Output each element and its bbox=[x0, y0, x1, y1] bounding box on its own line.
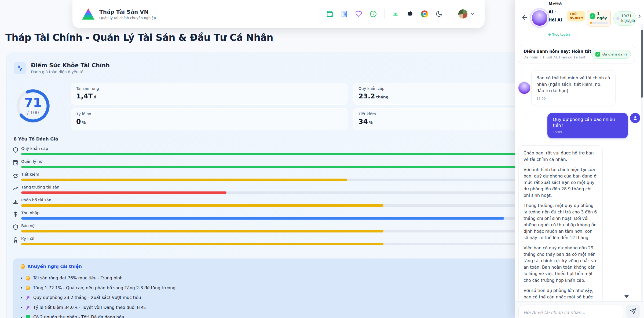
chat-bubble-icon bbox=[616, 17, 620, 20]
moon-icon[interactable] bbox=[436, 10, 442, 17]
online-status-label: Trực tuyến bbox=[552, 32, 570, 36]
user-message-bubble: Quỹ dự phòng cần bao nhiêu tiền?15:09 bbox=[547, 113, 628, 139]
award-icon bbox=[13, 237, 19, 243]
recommendation-text: Tài sản ròng đạt 76% mục tiêu - Trung bì… bbox=[33, 276, 123, 280]
stat-card: Tỷ lệ nợ0% bbox=[71, 108, 347, 130]
health-card-subtitle: Đánh giá toàn diện 8 yếu tố bbox=[31, 70, 110, 74]
scroll-down-indicator[interactable] bbox=[624, 295, 629, 298]
header-icon-bar bbox=[326, 9, 475, 19]
page-title: Tháp Tài Chính - Quản Lý Tài Sản & Đầu T… bbox=[5, 32, 273, 43]
factor-progress-fill bbox=[21, 230, 383, 232]
calculator-icon[interactable] bbox=[341, 10, 348, 17]
bulb-emoji-icon bbox=[26, 276, 30, 280]
wallet-icon bbox=[13, 160, 19, 166]
health-card-titles: Điểm Sức Khỏe Tài Chính Đánh giá toàn di… bbox=[31, 62, 110, 74]
ai-message-paragraph: Chào bạn, rất vui được hỗ trợ bạn về tài… bbox=[524, 150, 598, 163]
party-emoji-icon bbox=[25, 295, 31, 300]
chevron-down-icon[interactable] bbox=[470, 12, 475, 16]
bullet-dot bbox=[21, 287, 22, 289]
chat-input[interactable] bbox=[518, 305, 623, 318]
scrollbar-thumb[interactable] bbox=[641, 30, 643, 98]
score-value: 71 bbox=[24, 97, 42, 109]
info-icon[interactable] bbox=[370, 10, 377, 17]
app-header: Tháp Tài Sản VN Quản lý tài chính chuyên… bbox=[72, 0, 485, 28]
ai-message-paragraph: Thông thường, một quỹ dự phòng lý tưởng … bbox=[524, 202, 598, 241]
bulb-emoji-icon bbox=[26, 286, 30, 290]
health-card-title: Điểm Sức Khỏe Tài Chính bbox=[31, 62, 110, 69]
stat-label: Tài sản ròng bbox=[76, 86, 342, 91]
factors-section-title: 8 Yếu Tố Đánh Giá bbox=[14, 136, 58, 142]
bullet-dot bbox=[21, 278, 22, 279]
chrome-icon[interactable] bbox=[421, 10, 428, 17]
streak-label: 1ngày bbox=[597, 12, 607, 20]
send-button[interactable] bbox=[626, 305, 640, 318]
chat-scrollbar[interactable] bbox=[641, 24, 643, 316]
factor-progress-fill bbox=[21, 243, 383, 245]
quota-label: 19/31lượt/giờ bbox=[621, 14, 635, 23]
ai-message-paragraph: Với tình hình tài chính hiện tại của bạn… bbox=[524, 167, 598, 199]
chevron-right-icon[interactable] bbox=[636, 13, 642, 19]
bar-chart-icon bbox=[13, 198, 19, 204]
ai-message-row: Bạn có thể hỏi mình về tài chính cá nhân… bbox=[518, 70, 640, 106]
bulb-emoji-icon bbox=[21, 264, 25, 269]
online-dot-icon bbox=[548, 34, 551, 36]
user-avatar bbox=[630, 113, 640, 123]
ai-chat-panel: Mettā AI · Hỏi AI Trực tuyến THỬ NGHIỆM … bbox=[515, 0, 644, 318]
quota-pill: 19/31lượt/giờ bbox=[613, 11, 636, 26]
factor-progress-fill bbox=[21, 217, 504, 220]
android-icon[interactable] bbox=[392, 10, 399, 17]
ai-message-bubble: Chào bạn, rất vui được hỗ trợ bạn về tài… bbox=[518, 145, 603, 302]
heart-icon[interactable] bbox=[355, 10, 362, 17]
attendance-texts: Điểm danh hôm nay: Hoàn tất Đã nhận +1 l… bbox=[524, 49, 591, 59]
recommendation-text: Quỹ dự phòng 23.2 tháng - Xuất sắc! Vượt… bbox=[33, 295, 141, 300]
ai-message-row: Chào bạn, rất vui được hỗ trợ bạn về tài… bbox=[518, 145, 640, 302]
stat-unit: tháng bbox=[376, 95, 389, 99]
score-donut: 71 / 100 bbox=[15, 88, 51, 124]
attendance-done-button[interactable]: ✓ Đã điểm danh bbox=[591, 50, 631, 59]
attendance-subtitle: Đã nhận +1 lượt AI. Hiện có 19 lượt bbox=[524, 55, 591, 59]
score-max: / 100 bbox=[27, 110, 39, 115]
stat-value: 0% bbox=[76, 118, 342, 125]
user-message-text: Quỹ dự phòng cần bao nhiêu tiền? bbox=[553, 117, 623, 129]
check-icon: ✓ bbox=[595, 52, 600, 57]
bullet-dot bbox=[21, 297, 22, 298]
ai-avatar bbox=[518, 82, 530, 94]
streak-card: ✓ 1ngày bbox=[587, 10, 611, 27]
brand-title: Tháp Tài Sản VN bbox=[99, 8, 156, 15]
apple-icon[interactable] bbox=[407, 10, 414, 17]
user-message-row: Quỹ dự phòng cần bao nhiêu tiền?15:09 bbox=[518, 113, 640, 139]
trial-badge: THỬ NGHIỆM bbox=[567, 11, 585, 21]
stat-card: Tài sản ròng1,4T₫ bbox=[71, 83, 347, 105]
send-icon bbox=[630, 308, 636, 315]
streak-progress bbox=[590, 22, 608, 24]
stat-unit: % bbox=[369, 120, 373, 125]
user-avatar[interactable] bbox=[458, 9, 468, 19]
recommendation-text: Có 2 nguồn thu nhập - Tốt! Đã đa dạng hó… bbox=[33, 315, 124, 318]
wallet-icon[interactable] bbox=[326, 10, 333, 17]
factor-progress-fill bbox=[21, 191, 226, 194]
app-page: Tháp Tài Sản VN Quản lý tài chính chuyên… bbox=[0, 0, 644, 318]
recommendation-text: Tầng 1 72.1% - Quá cao, nên phân bổ sang… bbox=[33, 286, 175, 290]
shield-icon bbox=[13, 224, 19, 230]
message-time: 15:09 bbox=[553, 130, 623, 135]
ai-message-paragraph: Việc bạn có quỹ dự phòng gần 29 tháng ch… bbox=[524, 245, 598, 283]
brand-subtitle: Quản lý tài chính chuyên nghiệp bbox=[99, 16, 156, 20]
stat-value: 1,4T₫ bbox=[76, 92, 342, 100]
message-time: 15:09 bbox=[536, 96, 610, 101]
recommendation-text: Tỷ lệ tiết kiệm 34.0% - Tuyệt vời! Đang … bbox=[33, 305, 146, 310]
attendance-button-label: Đã điểm danh bbox=[602, 52, 627, 56]
health-card-header: Điểm Sức Khỏe Tài Chính Đánh giá toàn di… bbox=[14, 62, 110, 74]
back-arrow-icon[interactable] bbox=[521, 14, 528, 21]
chat-message-list: Bạn có thể hỏi mình về tài chính cá nhân… bbox=[515, 63, 644, 302]
brand-block: Tháp Tài Sản VN Quản lý tài chính chuyên… bbox=[99, 8, 156, 20]
check-icon: ✓ bbox=[590, 13, 595, 19]
stat-unit: ₫ bbox=[94, 95, 96, 99]
ai-name: Mettā AI · Hỏi AI bbox=[548, 0, 564, 24]
factor-progress-fill bbox=[21, 179, 347, 181]
stat-unit: % bbox=[82, 120, 86, 125]
user-menu[interactable] bbox=[458, 9, 475, 19]
factor-progress-fill bbox=[21, 204, 383, 207]
chat-input-bar bbox=[515, 301, 644, 318]
activity-icon bbox=[14, 62, 26, 74]
ai-message-paragraph: Với số tiền dự phòng lớn như vậy, bạn có… bbox=[524, 287, 598, 300]
